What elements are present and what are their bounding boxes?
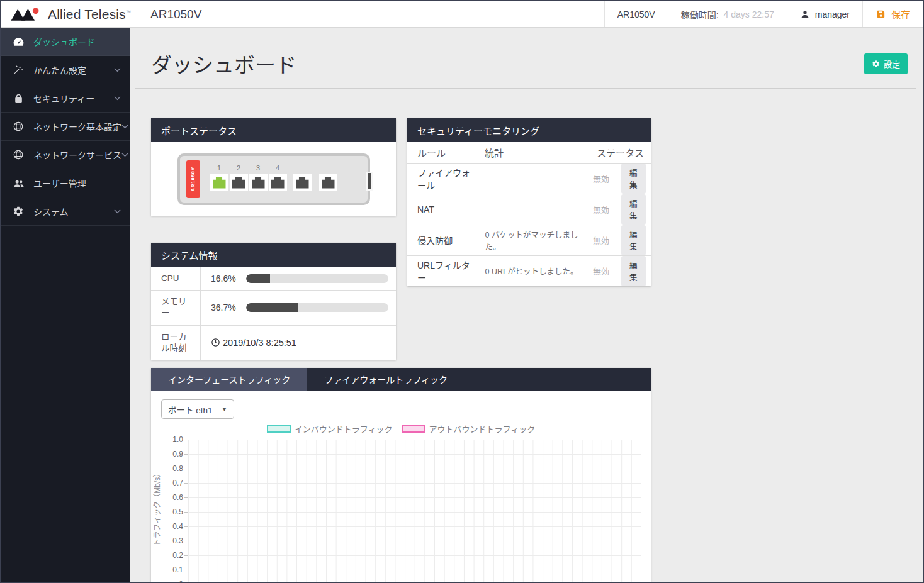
sidebar-item-dashboard[interactable]: ダッシュボード <box>1 28 130 56</box>
col-rule: ルール <box>407 142 480 163</box>
sidebar: ダッシュボードかんたん設定セキュリティーネットワーク基本設定ネットワークサービス… <box>1 28 130 583</box>
port-down-icon <box>252 177 265 189</box>
port-status-header: ポートステータス <box>151 118 396 142</box>
memory-label: メモリー <box>151 291 201 325</box>
sidebar-item-label: かんたん設定 <box>33 64 114 76</box>
chevron-down-icon <box>114 209 121 214</box>
sidebar-item-network-services[interactable]: ネットワークサービス <box>1 141 130 169</box>
port-5 <box>293 164 312 191</box>
rule-stat: 0 URLがヒットしました。 <box>480 255 587 286</box>
y-tick-label: 0.1 <box>155 565 183 574</box>
security-table-header-row: ルール 統計 ステータス <box>407 142 651 163</box>
y-tick-label: 0 <box>155 580 183 583</box>
traffic-card: インターフェーストラフィック ファイアウォールトラフィック ポート eth1 ▼… <box>151 368 651 583</box>
globe-icon <box>12 120 25 133</box>
ports: 1234 <box>210 164 373 191</box>
settings-button[interactable]: 設定 <box>864 53 908 74</box>
y-tick-label: 0.5 <box>155 508 183 516</box>
allied-telesis-logo-icon <box>10 6 43 23</box>
port-up-icon <box>213 177 226 189</box>
rule-name: ファイアウォール <box>407 163 480 194</box>
security-table-row: ファイアウォール無効編集 <box>407 163 651 194</box>
sidebar-item-label: ダッシュボード <box>33 35 121 48</box>
y-tick-label: 0.8 <box>155 464 183 473</box>
port-1: 1 <box>210 164 228 191</box>
chevron-down-icon <box>114 67 121 72</box>
sidebar-item-label: セキュリティー <box>33 92 114 104</box>
rule-name: URLフィルター <box>407 255 480 286</box>
y-tick-label: 1.0 <box>155 435 183 444</box>
brand-name: Allied Telesis™ <box>48 7 131 22</box>
cpu-label: CPU <box>151 267 201 290</box>
port-6 <box>319 164 337 191</box>
chevron-down-icon <box>121 124 128 129</box>
sidebar-item-security[interactable]: セキュリティー <box>1 84 130 113</box>
status-badge: 無効 <box>587 194 616 225</box>
security-monitoring-header: セキュリティーモニタリング <box>407 118 651 142</box>
trademark: ™ <box>126 9 131 15</box>
uptime-label: 稼働時間: <box>681 8 719 21</box>
save-icon <box>876 9 886 19</box>
memory-progress-bar <box>246 303 388 312</box>
user-icon <box>800 9 810 19</box>
status-badge: 無効 <box>587 255 616 286</box>
port-4: 4 <box>269 164 287 191</box>
user-menu[interactable]: manager <box>787 1 862 27</box>
users-icon <box>12 177 25 189</box>
local-time-value: 2019/10/3 8:25:51 <box>223 338 296 348</box>
sidebar-item-label: ネットワーク基本設定 <box>33 120 121 133</box>
device-name: AR1050V <box>604 1 668 27</box>
chevron-down-icon <box>114 96 121 101</box>
globe-icon <box>12 148 25 161</box>
memory-row: メモリー 36.7% <box>151 290 396 325</box>
y-tick-label: 0.6 <box>155 493 183 502</box>
chart-legend: インバウンドトラフィックアウトバウンドトラフィック <box>151 423 651 435</box>
brand-divider <box>140 6 140 23</box>
legend-label: インバウンドトラフィック <box>295 423 393 435</box>
legend-swatch-icon <box>267 425 291 433</box>
settings-label: 設定 <box>884 58 900 70</box>
sidebar-item-easy-setup[interactable]: かんたん設定 <box>1 56 130 84</box>
port-select-value: ポート eth1 <box>168 403 213 416</box>
edit-button[interactable]: 編集 <box>621 164 646 194</box>
port-down-icon <box>322 177 335 189</box>
clock-icon <box>211 338 220 347</box>
sidebar-item-network-basic[interactable]: ネットワーク基本設定 <box>1 113 130 141</box>
legend-item: インバウンドトラフィック <box>267 423 393 435</box>
security-table-row: NAT無効編集 <box>407 194 651 225</box>
traffic-chart: トラフィック（Mb/s） 00.10.20.30.40.50.60.70.80.… <box>188 440 651 583</box>
gear-icon <box>12 205 25 218</box>
main-content: ダッシュボード 設定 ポートステータス <box>130 28 923 583</box>
system-info-header: システム情報 <box>151 243 396 267</box>
lock-icon <box>12 92 25 104</box>
edit-button[interactable]: 編集 <box>621 225 646 255</box>
topbar: Allied Telesis™ AR1050V AR1050V 稼働時間: 4 … <box>1 1 923 28</box>
port-select-dropdown[interactable]: ポート eth1 ▼ <box>161 399 234 419</box>
plot-area: 00.10.20.30.40.50.60.70.80.91.010:0011:0… <box>188 440 641 583</box>
security-table: ルール 統計 ステータス ファイアウォール無効編集NAT無効編集侵入防御0 パケ… <box>407 142 651 286</box>
rule-stat <box>480 194 587 225</box>
save-label: 保存 <box>891 8 910 21</box>
device-model-tab: AR1050V <box>186 160 200 198</box>
uptime-value: 4 days 22:57 <box>724 9 774 19</box>
edit-button[interactable]: 編集 <box>621 256 646 286</box>
tab-interface-traffic[interactable]: インターフェーストラフィック <box>151 368 307 391</box>
legend-item: アウトバウンドトラフィック <box>402 423 536 435</box>
tab-firewall-traffic[interactable]: ファイアウォールトラフィック <box>307 368 465 391</box>
product-title: AR1050V <box>150 8 201 21</box>
gear-icon <box>872 60 880 68</box>
cpu-progress-bar <box>246 274 388 283</box>
rule-stat: 0 パケットがマッチしました。 <box>480 225 587 255</box>
security-table-row: 侵入防御0 パケットがマッチしました。無効編集 <box>407 225 651 255</box>
sidebar-item-label: ユーザー管理 <box>33 177 121 189</box>
save-button[interactable]: 保存 <box>862 1 923 27</box>
sidebar-item-system[interactable]: システム <box>1 197 130 226</box>
edit-button[interactable]: 編集 <box>621 194 646 225</box>
y-tick-label: 0.4 <box>155 522 183 531</box>
sidebar-item-label: ネットワークサービス <box>33 148 121 161</box>
page-header: ダッシュボード 設定 <box>130 28 923 79</box>
y-tick-label: 0.3 <box>155 536 183 545</box>
port-number: 3 <box>256 164 260 174</box>
sidebar-item-user-management[interactable]: ユーザー管理 <box>1 169 130 197</box>
rule-name: 侵入防御 <box>407 225 480 255</box>
